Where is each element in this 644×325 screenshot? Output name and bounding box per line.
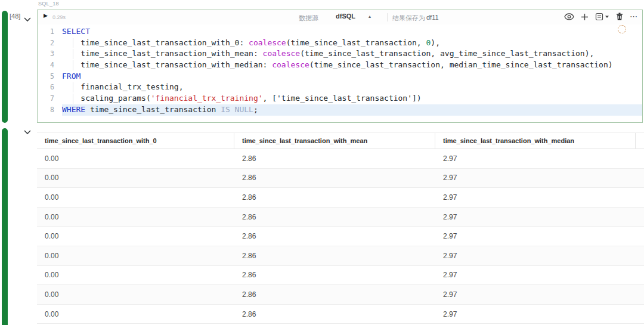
cell-focus-bar[interactable] xyxy=(2,11,8,123)
code-line[interactable]: 4 time_since_last_transaction_with_media… xyxy=(38,60,642,71)
line-number: 2 xyxy=(38,38,54,49)
more-options-icon[interactable]: ⋯ xyxy=(630,13,637,21)
table-cell: 2.86 xyxy=(234,174,435,182)
code-line[interactable]: 3 time_since_last_transaction_with_mean:… xyxy=(38,48,642,60)
collapse-results-chevron-icon[interactable] xyxy=(24,126,31,137)
sql-code-editor[interactable]: 1SELECT2 time_since_last_transaction_wit… xyxy=(38,26,642,116)
datasource-dropdown[interactable]: dfSQL ▴ xyxy=(336,13,371,20)
code-token: time_since_last_transaction xyxy=(90,105,216,114)
line-number: 1 xyxy=(38,26,54,38)
cell-title[interactable]: SQL_18 xyxy=(38,1,59,7)
code-text: scaling_params('financial_trx_training',… xyxy=(62,93,642,104)
code-token: ), xyxy=(431,38,440,47)
code-token: avg_time_since_last_transaction xyxy=(440,49,585,58)
code-token: ['time_since_last_transaction'] xyxy=(272,94,417,103)
results-table: time_since_last_transaction_with_0time_s… xyxy=(37,132,644,325)
table-row: 0.002.862.97 xyxy=(37,305,644,324)
code-text: time_since_last_transaction_with_mean: c… xyxy=(62,48,642,60)
code-token: , xyxy=(263,94,273,103)
code-token: FROM xyxy=(62,72,80,81)
table-row: 0.002.862.97 xyxy=(37,227,644,246)
code-line[interactable]: 6 financial_trx_testing, xyxy=(38,82,642,93)
delete-cell-trash-icon[interactable] xyxy=(616,13,623,21)
code-token xyxy=(216,105,221,114)
table-cell: 0.00 xyxy=(37,154,234,163)
table-cell: 2.86 xyxy=(234,154,435,163)
table-cell: 2.86 xyxy=(234,271,435,279)
code-token: ), xyxy=(585,49,595,58)
line-number: 5 xyxy=(38,71,54,82)
code-token: : xyxy=(253,49,263,58)
datasource-label: 数据源 xyxy=(299,14,318,23)
code-line[interactable]: 1SELECT xyxy=(38,26,642,38)
table-cell: 0.00 xyxy=(37,232,234,240)
code-token: WHERE xyxy=(62,105,85,114)
code-token: ( xyxy=(286,38,291,47)
table-cell: 0.00 xyxy=(37,213,234,221)
table-cell: 2.86 xyxy=(234,193,435,202)
collapse-cell-chevron-icon[interactable] xyxy=(24,14,31,24)
code-token: : xyxy=(263,60,273,69)
code-token: , xyxy=(417,38,426,47)
line-number: 4 xyxy=(38,60,54,71)
table-cell: 2.97 xyxy=(435,213,636,221)
code-token: median_time_since_last_transaction xyxy=(450,60,608,69)
header-spacer xyxy=(636,133,644,148)
code-line[interactable]: 8WHERE time_since_last_transaction IS NU… xyxy=(38,104,642,116)
code-token: time_since_last_transaction xyxy=(314,60,440,69)
table-cell: 0.00 xyxy=(37,290,234,299)
save-export-dropdown-icon[interactable] xyxy=(595,13,609,21)
preview-eye-icon[interactable] xyxy=(564,13,574,20)
table-row: 0.002.862.97 xyxy=(37,285,644,305)
table-cell: 2.97 xyxy=(435,310,636,318)
sql-cell: ▶ 0.29s 数据源 dfSQL ▴ 结果保存为 df11 xyxy=(37,10,643,123)
add-cell-icon[interactable] xyxy=(581,13,589,21)
table-cell: 2.97 xyxy=(435,271,636,279)
notebook-screen: [48] SQL_18 ▶ 0.29s 数据源 dfSQL ▴ 结果保存为 df… xyxy=(0,0,644,325)
code-token: time_since_last_transaction_with_0 xyxy=(62,38,239,47)
run-cell-icon[interactable]: ▶ xyxy=(44,13,48,18)
table-row: 0.002.862.97 xyxy=(37,208,644,227)
results-focus-bar[interactable] xyxy=(2,128,8,325)
column-header[interactable]: time_since_last_transaction_with_0 xyxy=(37,133,234,148)
runtime-label: 0.29s xyxy=(52,14,66,20)
table-cell: 2.97 xyxy=(435,193,636,202)
line-number: 7 xyxy=(38,93,54,104)
table-cell: 2.86 xyxy=(234,290,435,299)
table-cell: 0.00 xyxy=(37,252,234,260)
code-token: SELECT xyxy=(62,27,90,36)
code-token: , xyxy=(431,49,440,58)
code-text: WHERE time_since_last_transaction IS NUL… xyxy=(62,104,642,116)
code-token: 'financial_trx_training' xyxy=(151,94,263,103)
column-header[interactable]: time_since_last_transaction_with_mean xyxy=(234,133,435,148)
code-token: coalesce xyxy=(263,49,301,58)
code-token: : xyxy=(239,38,249,47)
code-token: ( xyxy=(300,49,305,58)
code-text: time_since_last_transaction_with_median:… xyxy=(62,60,642,71)
table-cell: 2.86 xyxy=(234,213,435,221)
code-line[interactable]: 7 scaling_params('financial_trx_training… xyxy=(38,93,642,104)
code-token: time_since_last_transaction_with_mean xyxy=(62,49,253,58)
result-dataframe-name[interactable]: df11 xyxy=(426,14,439,21)
code-token: ( xyxy=(309,60,314,69)
table-cell: 2.86 xyxy=(234,310,435,318)
code-token: scaling_params xyxy=(62,94,146,103)
code-token: financial_trx_testing xyxy=(62,82,179,91)
line-number: 8 xyxy=(38,104,54,116)
table-cell: 2.97 xyxy=(435,154,636,163)
code-token: time_since_last_transaction_with_median xyxy=(62,60,263,69)
table-cell: 0.00 xyxy=(37,193,234,202)
code-token: ; xyxy=(253,105,258,114)
toolbar-divider xyxy=(387,13,388,21)
code-token: coalesce xyxy=(249,38,286,47)
column-header[interactable]: time_since_last_transaction_with_median xyxy=(435,133,636,148)
code-text: FROM xyxy=(62,71,642,82)
table-cell: 0.00 xyxy=(37,310,234,318)
code-line[interactable]: 5FROM xyxy=(38,71,642,82)
code-text: financial_trx_testing, xyxy=(62,82,642,93)
code-token: coalesce xyxy=(272,60,309,69)
code-token: time_since_last_transaction xyxy=(291,38,417,47)
code-text: time_since_last_transaction_with_0: coal… xyxy=(62,38,642,49)
results-header-row: time_since_last_transaction_with_0time_s… xyxy=(37,132,644,149)
code-line[interactable]: 2 time_since_last_transaction_with_0: co… xyxy=(38,38,642,49)
